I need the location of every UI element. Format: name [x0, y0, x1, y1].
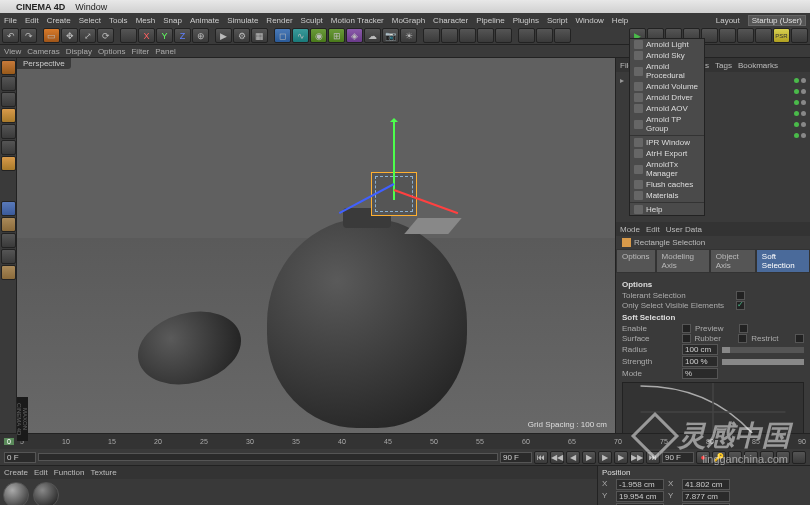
- mi-arnold-procedural[interactable]: Arnold Procedural: [630, 61, 704, 81]
- menu-edit[interactable]: Edit: [25, 16, 39, 25]
- chk-onlyvis[interactable]: [736, 301, 745, 310]
- tool-b[interactable]: [423, 28, 440, 43]
- tool-i[interactable]: [554, 28, 571, 43]
- move-tool[interactable]: ✥: [61, 28, 78, 43]
- arnold-context-menu[interactable]: Arnold Light Arnold Sky Arnold Procedura…: [629, 38, 705, 216]
- goto-start[interactable]: ⏮: [534, 451, 548, 464]
- slider-strength[interactable]: [722, 359, 804, 365]
- om-tags[interactable]: Tags: [715, 61, 732, 70]
- mi-arnold-sky[interactable]: Arnold Sky: [630, 50, 704, 61]
- menu-sculpt[interactable]: Sculpt: [301, 16, 323, 25]
- prev-frame[interactable]: ◀: [566, 451, 580, 464]
- vp-panel[interactable]: Panel: [155, 47, 175, 56]
- array-tool[interactable]: ⊞: [328, 28, 345, 43]
- field-radius[interactable]: 100 cm: [682, 344, 718, 355]
- field-strength[interactable]: 100 %: [682, 356, 718, 367]
- key-pla[interactable]: [792, 451, 806, 464]
- menu-file[interactable]: File: [4, 16, 17, 25]
- chk-rubber[interactable]: [738, 334, 747, 343]
- tool-n[interactable]: [719, 28, 736, 43]
- tool-p[interactable]: [755, 28, 772, 43]
- mi-help[interactable]: Help: [630, 204, 704, 215]
- field-sy[interactable]: 7.877 cm: [682, 491, 730, 502]
- material-ball[interactable]: [33, 482, 59, 505]
- axis-z-toggle[interactable]: Z: [174, 28, 191, 43]
- frame-total[interactable]: 90 F: [662, 452, 694, 463]
- redo-button[interactable]: ↷: [20, 28, 37, 43]
- mi-arnold-volume[interactable]: Arnold Volume: [630, 81, 704, 92]
- attr-mode[interactable]: Mode: [620, 225, 640, 234]
- slider-radius[interactable]: [722, 347, 804, 353]
- menu-window[interactable]: Window: [75, 2, 107, 12]
- nurbs-tool[interactable]: ◉: [310, 28, 327, 43]
- menu-select[interactable]: Select: [79, 16, 101, 25]
- spline-tool[interactable]: ∿: [292, 28, 309, 43]
- menu-animate[interactable]: Animate: [190, 16, 219, 25]
- texture-mode[interactable]: [1, 124, 16, 139]
- tool-c[interactable]: [441, 28, 458, 43]
- deformer-tool[interactable]: ◈: [346, 28, 363, 43]
- viewport-tab[interactable]: Perspective: [17, 58, 71, 69]
- menu-create[interactable]: Create: [47, 16, 71, 25]
- locked-workplane[interactable]: [1, 233, 16, 248]
- rotate-tool[interactable]: ⟳: [97, 28, 114, 43]
- mi-tx-manager[interactable]: ArnoldTx Manager: [630, 159, 704, 179]
- menu-simulate[interactable]: Simulate: [227, 16, 258, 25]
- attr-edit[interactable]: Edit: [646, 225, 660, 234]
- field-mode[interactable]: %: [682, 368, 718, 379]
- attr-userdata[interactable]: User Data: [666, 225, 702, 234]
- menu-snap[interactable]: Snap: [163, 16, 182, 25]
- tab-object-axis[interactable]: Object Axis: [710, 249, 756, 273]
- render-view[interactable]: ▶: [215, 28, 232, 43]
- chk-surface[interactable]: [682, 334, 691, 343]
- play-back[interactable]: ▶: [582, 451, 596, 464]
- axis-x-toggle[interactable]: X: [138, 28, 155, 43]
- menu-tools[interactable]: Tools: [109, 16, 128, 25]
- field-y[interactable]: 19.954 cm: [616, 491, 664, 502]
- menu-mesh[interactable]: Mesh: [136, 16, 156, 25]
- vp-filter[interactable]: Filter: [131, 47, 149, 56]
- cube-primitive[interactable]: ◻: [274, 28, 291, 43]
- vp-view[interactable]: View: [4, 47, 21, 56]
- scale-tool[interactable]: ⤢: [79, 28, 96, 43]
- falloff-curve[interactable]: [622, 382, 804, 433]
- next-key[interactable]: ▶▶: [630, 451, 644, 464]
- tool-g[interactable]: [518, 28, 535, 43]
- mi-arnold-driver[interactable]: Arnold Driver: [630, 92, 704, 103]
- camera-tool[interactable]: 📷: [382, 28, 399, 43]
- menu-character[interactable]: Character: [433, 16, 468, 25]
- layout-select[interactable]: Startup (User): [748, 15, 806, 26]
- viewport[interactable]: Perspective Grid Spacing : 100 cm: [17, 58, 615, 433]
- mi-arnold-light[interactable]: Arnold Light: [630, 39, 704, 50]
- vp-display[interactable]: Display: [66, 47, 92, 56]
- key-rot[interactable]: [760, 451, 774, 464]
- play-forward[interactable]: ▶: [598, 451, 612, 464]
- menu-render[interactable]: Render: [266, 16, 292, 25]
- point-mode[interactable]: [1, 76, 16, 91]
- mi-materials[interactable]: Materials: [630, 190, 704, 201]
- menu-pipeline[interactable]: Pipeline: [476, 16, 504, 25]
- render-settings[interactable]: ⚙: [233, 28, 250, 43]
- tool-d[interactable]: [459, 28, 476, 43]
- workplane[interactable]: [1, 217, 16, 232]
- snap-toggle[interactable]: [1, 201, 16, 216]
- playhead[interactable]: 0: [4, 438, 14, 445]
- tool-e[interactable]: [477, 28, 494, 43]
- key-param[interactable]: [776, 451, 790, 464]
- record-key[interactable]: ●: [696, 451, 710, 464]
- menu-plugins[interactable]: Plugins: [513, 16, 539, 25]
- menu-script[interactable]: Script: [547, 16, 567, 25]
- frame-start[interactable]: 0 F: [4, 452, 36, 463]
- chk-restrict[interactable]: [795, 334, 804, 343]
- app-name[interactable]: CINEMA 4D: [16, 2, 65, 12]
- tool-h[interactable]: [536, 28, 553, 43]
- mat-edit[interactable]: Edit: [34, 468, 48, 477]
- undo-button[interactable]: ↶: [2, 28, 19, 43]
- mi-arnold-tpgroup[interactable]: Arnold TP Group: [630, 114, 704, 134]
- axis-mode[interactable]: [1, 140, 16, 155]
- axis-y-toggle[interactable]: Y: [156, 28, 173, 43]
- material-ball[interactable]: [3, 482, 29, 505]
- om-bookmarks[interactable]: Bookmarks: [738, 61, 778, 70]
- light-tool[interactable]: ☀: [400, 28, 417, 43]
- chk-preview[interactable]: [739, 324, 748, 333]
